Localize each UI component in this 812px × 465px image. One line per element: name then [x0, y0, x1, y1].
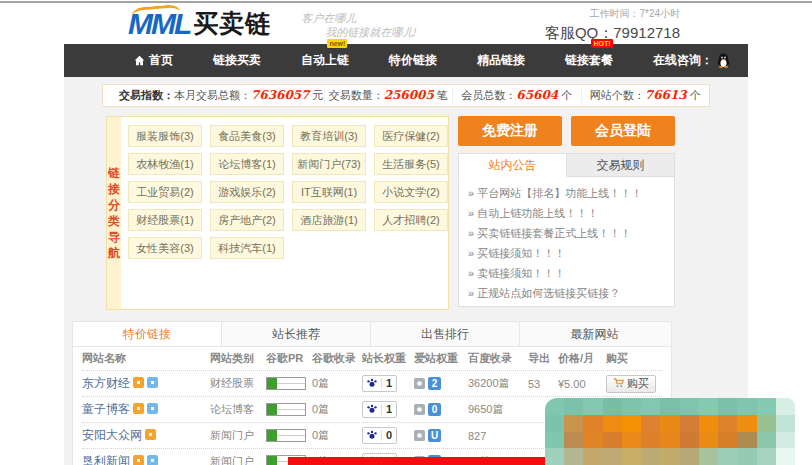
stat-label: 本月交易总额： — [174, 89, 251, 101]
column-header: 百度收录 — [468, 351, 528, 366]
category-link[interactable]: 小说文学(2) — [374, 181, 448, 203]
notice-item[interactable]: » 卖链接须知！！！ — [468, 263, 665, 283]
nav-item-7[interactable]: 在线咨询： — [653, 52, 730, 69]
site-logo[interactable]: MML 买卖链 — [128, 9, 271, 39]
nav-item-5[interactable]: 精品链接 — [477, 52, 525, 69]
market-tab-1[interactable]: 特价链接 — [73, 322, 222, 346]
notice-item[interactable]: » 买链接须知！！！ — [468, 243, 665, 263]
paw-icon — [367, 378, 377, 390]
category-link[interactable]: 科技汽车(1) — [210, 237, 284, 259]
category-grid: 服装服饰(3)食品美食(3)教育培训(3)医疗保健(2)农林牧渔(1)论坛博客(… — [121, 117, 448, 309]
pr-fill — [267, 456, 277, 465]
buy-cell: 购买 — [606, 375, 662, 393]
orange-site-badge-icon — [133, 377, 144, 388]
orange-site-badge-icon — [133, 403, 144, 414]
stats-bar: 交易指数： 本月交易总额：7636057 元交易数量：256005 笔会员总数：… — [102, 84, 710, 107]
sidebar-char: 分 — [108, 199, 120, 212]
notice-tab-2[interactable]: 交易规则 — [567, 153, 675, 177]
mosaic-cell — [603, 448, 622, 465]
home-icon — [134, 55, 145, 66]
mosaic-cell — [776, 448, 795, 465]
login-button[interactable]: 会员登陆 — [571, 116, 675, 146]
pr-fill — [267, 378, 277, 389]
chinaz-weight-badge: 1 — [362, 375, 397, 392]
mosaic-cell — [737, 398, 756, 415]
mosaic-cell — [622, 415, 641, 432]
notice-item[interactable]: » 正规站点如何选链接买链接？ — [468, 283, 665, 303]
account-buttons: 免费注册 会员登陆 — [458, 116, 675, 146]
category-link[interactable]: 人才招聘(2) — [374, 209, 448, 231]
notice-item[interactable]: » 买卖链链接套餐正式上线！！！ — [468, 223, 665, 243]
pr-fill — [267, 404, 277, 415]
mosaic-cell — [564, 448, 583, 465]
column-header: 价格/月 — [558, 351, 606, 366]
column-header: 谷歌收录 — [312, 351, 362, 366]
nav-item-1[interactable]: 首页 — [134, 52, 173, 69]
nav-item-label: 自动上链 — [301, 52, 349, 69]
site-name-link[interactable]: 垦利新闻 — [82, 454, 130, 465]
site-name-cell: 垦利新闻 — [82, 453, 210, 465]
site-category: 论坛博客 — [210, 402, 266, 417]
baidu-included-count: 9650篇 — [468, 402, 528, 417]
category-link[interactable]: 房产地产(2) — [210, 209, 284, 231]
market-tab-2[interactable]: 站长推荐 — [222, 322, 371, 346]
mosaic-cell — [680, 415, 699, 432]
buy-button[interactable]: 购买 — [606, 375, 656, 393]
nav-item-6[interactable]: 链接套餐HOT! — [565, 52, 613, 69]
chinaz-weight-badge: 0 — [362, 427, 397, 444]
sidebar-char: 类 — [108, 215, 120, 228]
sidebar-char: 链 — [108, 167, 120, 180]
category-link[interactable]: 女性美容(3) — [128, 237, 202, 259]
category-sidebar-label: 链接分类导航 — [107, 117, 121, 309]
category-link[interactable]: 财经股票(1) — [128, 209, 202, 231]
google-included-count: 0篇 — [312, 402, 362, 417]
mosaic-cell — [737, 432, 756, 449]
chinaz-weight-cell: 1 — [362, 375, 414, 392]
stat-label: 交易数量： — [329, 89, 384, 101]
market-tab-4[interactable]: 最新网站 — [520, 322, 669, 346]
mosaic-cell — [757, 415, 776, 432]
notice-item[interactable]: » 自动上链功能上线！！！ — [468, 203, 665, 223]
aizhan-icon — [414, 404, 425, 415]
stat-label: 网站个数： — [590, 89, 645, 101]
category-link[interactable]: 游戏娱乐(2) — [210, 181, 284, 203]
site-name-link[interactable]: 安阳大众网 — [82, 428, 142, 442]
aizhan-icon — [414, 378, 425, 389]
site-name-link[interactable]: 童子博客 — [82, 402, 130, 416]
category-link[interactable]: 医疗保健(2) — [374, 125, 448, 147]
site-category: 财经股票 — [210, 376, 266, 391]
header-contact: 工作时间：7*24小时 客服QQ：79912718 — [545, 7, 680, 43]
orange-site-badge-icon — [145, 429, 156, 440]
category-link[interactable]: 生活服务(5) — [374, 153, 448, 175]
mosaic-cell — [737, 448, 756, 465]
site-name-link[interactable]: 东方财经 — [82, 376, 130, 390]
category-link[interactable]: 服装服饰(3) — [128, 125, 202, 147]
chinaz-weight-cell: 0 — [362, 427, 414, 444]
category-link[interactable]: 论坛博客(1) — [210, 153, 284, 175]
aizhan-weight-value: 2 — [428, 377, 441, 390]
nav-item-3[interactable]: 自动上链new! — [301, 52, 349, 69]
category-link[interactable]: 食品美食(3) — [210, 125, 284, 147]
nav-item-4[interactable]: 特价链接 — [389, 52, 437, 69]
register-button[interactable]: 免费注册 — [458, 116, 562, 146]
market-tab-3[interactable]: 出售排行 — [371, 322, 520, 346]
category-link[interactable]: 教育培训(3) — [292, 125, 366, 147]
column-header: 站长权重 — [362, 351, 414, 366]
google-pr-cell — [266, 377, 312, 391]
nav-item-label: 链接套餐 — [565, 52, 613, 69]
mosaic-cell — [718, 432, 737, 449]
category-link[interactable]: 工业贸易(2) — [128, 181, 202, 203]
column-header: 导出 — [528, 351, 558, 366]
mosaic-cell — [660, 415, 679, 432]
category-link[interactable]: 农林牧渔(1) — [128, 153, 202, 175]
stat-value: 7636057 — [251, 88, 309, 102]
buy-label: 购买 — [627, 376, 649, 391]
mosaic-cell — [545, 398, 564, 415]
category-link[interactable]: IT互联网(1) — [292, 181, 366, 203]
table-row: 东方财经财经股票0篇1236200篇53¥5.00购买 — [82, 371, 662, 397]
category-link[interactable]: 新闻门户(73) — [292, 153, 366, 175]
notice-item[interactable]: » 平台网站【排名】功能上线！！！ — [468, 183, 665, 203]
notice-tab-1[interactable]: 站内公告 — [458, 153, 567, 177]
category-link[interactable]: 酒店旅游(1) — [292, 209, 366, 231]
nav-item-2[interactable]: 链接买卖 — [213, 52, 261, 69]
